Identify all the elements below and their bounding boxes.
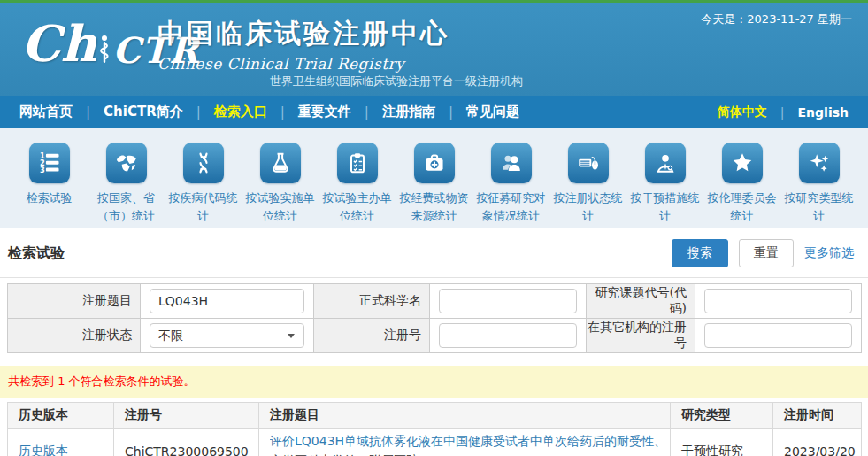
nav-item-documents[interactable]: 重要文件 xyxy=(298,104,351,120)
quicklink-by-funding-source[interactable]: 按经费或物资来源统计 xyxy=(396,143,472,228)
col-registration-number: 注册号 xyxy=(114,403,259,429)
quicklink-by-disease-code[interactable]: 按疾病代码统计 xyxy=(165,143,242,228)
col-registration-title: 注册题目 xyxy=(259,403,671,429)
quicklink-label: 按试验主办单位统计 xyxy=(319,189,396,224)
table-row: 历史版本 ChiCTR2300069500 评价LQ043H单域抗体雾化液在中国… xyxy=(8,429,862,456)
quicklink-label: 按伦理委员会统计 xyxy=(703,189,780,224)
quicklink-label: 检索试验 xyxy=(27,189,73,207)
today-date: 今天是：2023-11-27 星期一 xyxy=(701,12,852,27)
col-history-version: 历史版本 xyxy=(8,403,114,429)
reg-number-label: 注册号 xyxy=(314,319,430,353)
quicklink-label: 按征募研究对象情况统计 xyxy=(472,189,549,224)
quicklink-label: 按注册状态统计 xyxy=(549,189,626,224)
quicklink-by-ethics-committee[interactable]: 按伦理委员会统计 xyxy=(703,143,780,228)
quicklink-by-recruitment-status[interactable]: 按征募研究对象情况统计 xyxy=(472,143,549,228)
registration-date-cell: 2023/03/20 xyxy=(773,429,862,456)
trial-organization: 安徽医科大学第二附属医院 xyxy=(270,452,659,456)
trial-title-link[interactable]: 评价LQ043H单域抗体雾化液在中国健康受试者中单次给药后的耐受性、安全性、 .… xyxy=(270,434,659,448)
site-title-cn: 中国临床试验注册中心 xyxy=(157,16,449,52)
lang-english[interactable]: English xyxy=(798,105,849,120)
quicklink-by-implementing-site[interactable]: 按试验实施单位统计 xyxy=(242,143,319,228)
other-reg-number-label: 在其它机构的注册号 xyxy=(587,319,695,353)
clipboard-icon xyxy=(337,143,378,183)
site-header: Ch CTR 中国临床试验注册中心 Chinese Clinical Trial… xyxy=(0,3,868,96)
flask-icon xyxy=(260,143,301,183)
star-icon xyxy=(722,143,763,183)
doctor-icon xyxy=(645,143,686,183)
quicklink-by-registration-status[interactable]: 按注册状态统计 xyxy=(549,143,626,228)
scientific-name-label: 正式科学名 xyxy=(314,284,430,319)
other-reg-number-input[interactable] xyxy=(704,323,852,348)
staff-of-asclepius-icon xyxy=(97,35,111,66)
quicklink-label: 按经费或物资来源统计 xyxy=(396,189,472,224)
search-section-header: 检索试验 搜索 重置 更多筛选 xyxy=(0,228,868,278)
site-title-en: Chinese Clinical Trial Registry xyxy=(157,55,449,73)
results-table: 历史版本 注册号 注册题目 研究类型 注册时间 历史版本 ChiCTR23000… xyxy=(7,402,862,456)
main-nav: 网站首页 ChiCTR简介 检索入口 重要文件 注册指南 常见问题 简体中文 E… xyxy=(0,96,868,128)
col-registration-date: 注册时间 xyxy=(773,403,862,429)
who-tagline: 世界卫生组织国际临床试验注册平台一级注册机构 xyxy=(270,73,523,89)
reset-button[interactable]: 重置 xyxy=(739,239,794,267)
reg-title-label: 注册题目 xyxy=(8,284,141,319)
more-filters-link[interactable]: 更多筛选 xyxy=(804,245,854,261)
quicklink-label: 按疾病代码统计 xyxy=(165,189,242,224)
reg-status-select[interactable]: 不限 xyxy=(150,323,304,348)
history-version-link[interactable]: 历史版本 xyxy=(19,444,68,456)
dna-icon xyxy=(183,143,224,183)
project-code-label: 研究课题代号(代码) xyxy=(587,284,695,319)
people-icon xyxy=(491,143,532,183)
search-actions: 搜索 重置 更多筛选 xyxy=(672,239,854,267)
nav-item-about[interactable]: ChiCTR简介 xyxy=(104,104,183,120)
nav-item-faq[interactable]: 常见问题 xyxy=(466,104,519,120)
world-map-icon xyxy=(106,143,147,183)
reg-title-input[interactable] xyxy=(150,289,304,313)
nav-divider xyxy=(449,104,453,120)
search-form: 注册题目 正式科学名 研究课题代号(代码) 注册状态 不限 注册号 在其它机构的… xyxy=(7,283,862,353)
quicklink-by-intervention[interactable]: 按干预措施统计 xyxy=(626,143,703,228)
results-header-row: 历史版本 注册号 注册题目 研究类型 注册时间 xyxy=(8,403,862,429)
lang-simplified-chinese[interactable]: 简体中文 xyxy=(718,104,767,120)
quicklink-by-sponsor[interactable]: 按试验主办单位统计 xyxy=(319,143,396,228)
reg-status-select-wrap: 不限 xyxy=(150,323,304,348)
language-switch: 简体中文 English xyxy=(718,104,849,120)
svg-text:3: 3 xyxy=(40,166,45,174)
nav-divider xyxy=(365,104,369,120)
quicklink-by-study-type[interactable]: 按研究类型统计 xyxy=(780,143,857,228)
sparkles-icon xyxy=(799,143,840,183)
scientific-name-input[interactable] xyxy=(439,289,577,313)
registration-number-cell: ChiCTR2300069500 xyxy=(114,429,259,456)
nav-divider xyxy=(780,105,785,120)
reg-status-label: 注册状态 xyxy=(8,319,141,353)
numbered-list-icon: 1 2 3 xyxy=(29,143,70,183)
search-button[interactable]: 搜索 xyxy=(672,239,728,267)
keyboard-mouse-icon xyxy=(568,143,609,183)
nav-item-search-entry[interactable]: 检索入口 xyxy=(214,104,267,120)
page-title: 检索试验 xyxy=(8,244,65,263)
quicklink-by-country-province[interactable]: 按国家、省（市）统计 xyxy=(88,143,165,228)
result-count-notice: 共检索到 1 个符合检索条件的试验。 xyxy=(0,366,868,398)
reg-number-input[interactable] xyxy=(439,323,577,348)
site-title-block: 中国临床试验注册中心 Chinese Clinical Trial Regist… xyxy=(157,16,449,73)
nav-divider xyxy=(196,104,201,120)
medical-bag-icon xyxy=(414,143,455,183)
col-study-type: 研究类型 xyxy=(671,403,773,429)
quick-links-bar: 1 2 3 检索试验 按国家、省（市）统计 xyxy=(0,128,868,228)
nav-divider xyxy=(280,104,285,120)
project-code-input[interactable] xyxy=(704,289,852,313)
quicklink-label: 按研究类型统计 xyxy=(780,189,857,224)
nav-item-home[interactable]: 网站首页 xyxy=(19,104,73,120)
quicklink-search-trials[interactable]: 1 2 3 检索试验 xyxy=(11,143,88,228)
quicklink-label: 按干预措施统计 xyxy=(626,189,703,224)
quicklink-label: 按国家、省（市）统计 xyxy=(88,189,165,224)
study-type-cell: 干预性研究 xyxy=(671,429,773,456)
logo-text-part1: Ch xyxy=(21,19,96,68)
quicklink-label: 按试验实施单位统计 xyxy=(242,189,319,224)
nav-divider xyxy=(86,104,90,120)
nav-item-guide[interactable]: 注册指南 xyxy=(382,104,435,120)
